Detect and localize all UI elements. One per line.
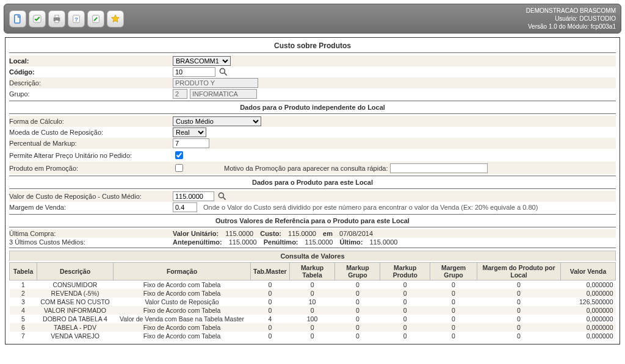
section3-title: Outros Valores de Referência para o Prod… — [9, 215, 616, 227]
margem-label: Margem de Venda: — [9, 204, 173, 211]
col-formacao: Formação — [114, 263, 251, 280]
ult3-label: 3 Últimos Custos Médios: — [9, 238, 173, 246]
markup-label: Percentual de Markup: — [9, 140, 173, 147]
ultcompra-label: Última Compra: — [9, 230, 173, 237]
col-mkproduto: Markup Produto — [380, 263, 430, 280]
svg-rect-3 — [55, 15, 59, 18]
codigo-label: Código: — [9, 68, 173, 76]
company-label: DEMONSTRACAO BRASCOMM — [526, 7, 616, 15]
user-prefix: Usuário: — [555, 15, 577, 22]
table-row[interactable]: 3COM BASE NO CUSTOValor Custo de Reposiç… — [10, 298, 616, 306]
table-row[interactable]: 2REVENDA (-5%)Fixo de Acordo com Tabela0… — [10, 289, 616, 298]
local-select[interactable]: BRASCOMM1 — [173, 56, 231, 66]
em-lbl: em — [323, 230, 333, 237]
custo-lbl: Custo: — [260, 230, 281, 237]
forma-label: Forma de Cálculo: — [9, 118, 173, 125]
col-descricao: Descrição — [37, 263, 114, 280]
penult-val: 115.0000 — [305, 238, 333, 246]
antepen-lbl: Antepenúltimo: — [173, 238, 222, 246]
grupo-name-input — [190, 89, 257, 99]
promo-label: Produto em Promoção: — [9, 165, 173, 172]
table-row[interactable]: 6TABELA - PDVFixo de Acordo com Tabela00… — [10, 323, 616, 332]
page-title: Custo sobre Produtos — [9, 39, 616, 53]
moeda-label: Moeda de Custo de Reposição: — [9, 129, 173, 136]
svg-rect-4 — [55, 20, 59, 23]
section1-title: Dados para o Produto independente do Loc… — [9, 101, 616, 114]
col-mktabela: Markup Tabela — [289, 263, 335, 280]
favorite-button[interactable] — [107, 10, 124, 27]
col-mkgrupo: Markup Grupo — [335, 263, 380, 280]
penult-lbl: Penúltimo: — [264, 238, 298, 246]
new-doc-button[interactable] — [9, 10, 26, 27]
col-margemgrupo: Margem Grupo — [430, 263, 477, 280]
descricao-input — [173, 78, 258, 88]
valorcusto-input[interactable] — [173, 191, 214, 201]
svg-rect-0 — [15, 15, 20, 23]
antepen-val: 115.0000 — [229, 238, 257, 246]
col-margemlocal: Margem do Produto por Local — [477, 263, 561, 280]
version-prefix: Versão 1.0 do Módulo: — [528, 23, 589, 30]
moeda-select[interactable]: Real — [173, 127, 206, 137]
grupo-code-input — [173, 89, 187, 99]
help-button[interactable]: ? — [68, 10, 85, 27]
user-name: DCUSTODIO — [579, 15, 616, 22]
toolbar: ? DEMONSTRACAO BRASCOMM Usuário: DCUSTOD… — [4, 4, 621, 34]
margem-input[interactable] — [173, 202, 197, 212]
codigo-lookup-icon[interactable] — [218, 67, 229, 77]
valorcusto-label: Valor de Custo de Reposição - Custo Médi… — [9, 193, 173, 200]
markup-input[interactable] — [173, 138, 209, 148]
forma-select[interactable]: Custo Médio — [173, 116, 261, 126]
col-tabmaster: Tab.Master — [251, 263, 290, 280]
custo-val: 115.0000 — [288, 230, 316, 237]
descricao-label: Descrição: — [9, 79, 173, 87]
valunit-val: 115.0000 — [225, 230, 253, 237]
permite-label: Permite Alterar Preço Unitário no Pedido… — [9, 152, 173, 159]
module-code: fcp003a1 — [591, 23, 616, 30]
table-row[interactable]: 7VENDA VAREJOFixo de Acordo com Tabela00… — [10, 332, 616, 340]
main-frame: Custo sobre Produtos Local: BRASCOMM1 Có… — [5, 37, 620, 344]
valores-table: Tabela Descrição Formação Tab.Master Mar… — [9, 262, 616, 340]
table-row[interactable]: 1CONSUMIDORFixo de Acordo com Tabela0000… — [10, 280, 616, 290]
codigo-input[interactable] — [173, 67, 215, 77]
grupo-label: Grupo: — [9, 90, 173, 98]
valorcusto-lookup-icon[interactable] — [217, 191, 228, 201]
promo-checkbox[interactable] — [175, 164, 183, 172]
edit-button[interactable] — [87, 10, 104, 27]
section2-title: Dados para o Produto para este Local — [9, 176, 616, 189]
ultimo-lbl: Último: — [340, 238, 363, 246]
motivo-input[interactable] — [390, 163, 488, 173]
svg-text:?: ? — [74, 16, 78, 22]
table-row[interactable]: 4VALOR INFORMADOFixo de Acordo com Tabel… — [10, 306, 616, 315]
svg-point-8 — [220, 68, 225, 73]
print-button[interactable] — [48, 10, 65, 27]
margem-hint: Onde o Valor do Custo será dividido por … — [203, 204, 538, 211]
table-row[interactable]: 5DOBRO DA TABELA 4Valor de Venda com Bas… — [10, 315, 616, 323]
data-val: 07/08/2014 — [339, 230, 373, 237]
valunit-lbl: Valor Unitário: — [173, 230, 219, 237]
motivo-label: Motivo da Promoção para aparecer na cons… — [224, 165, 388, 172]
local-label: Local: — [9, 57, 173, 65]
svg-point-9 — [219, 193, 223, 198]
col-valorvenda: Valor Venda — [561, 263, 616, 280]
permite-checkbox[interactable] — [175, 151, 183, 159]
confirm-button[interactable] — [29, 10, 46, 27]
ultimo-val: 115.0000 — [370, 238, 398, 246]
valtable-caption: Consulta de Valores — [9, 251, 616, 261]
col-tabela: Tabela — [10, 263, 37, 280]
